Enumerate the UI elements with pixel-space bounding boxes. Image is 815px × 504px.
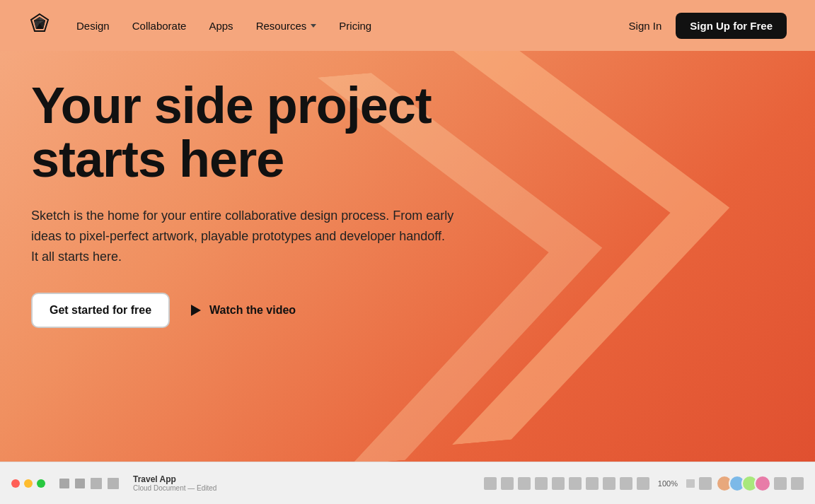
- nav-item-pricing[interactable]: Pricing: [339, 20, 371, 32]
- hero-title-line2: starts here: [31, 131, 284, 187]
- document-status: Cloud Document — Edited: [133, 484, 216, 492]
- zoom-level[interactable]: 100%: [654, 479, 682, 488]
- zoom-dropdown-icon[interactable]: [686, 479, 695, 488]
- hero-content: Your side project starts here Sketch is …: [31, 79, 512, 328]
- hero-section: Your side project starts here Sketch is …: [0, 51, 815, 462]
- back-icon[interactable]: [59, 479, 69, 488]
- hero-title-line1: Your side project: [31, 77, 432, 134]
- component-icon[interactable]: [535, 477, 548, 490]
- signup-button[interactable]: Sign Up for Free: [676, 13, 787, 39]
- grid-view-icon[interactable]: [91, 478, 102, 489]
- nav-item-apps[interactable]: Apps: [209, 20, 233, 32]
- list-view-icon[interactable]: [108, 478, 119, 489]
- play-icon: [190, 304, 202, 317]
- flatten-icon[interactable]: [637, 477, 649, 490]
- nav-item-resources[interactable]: Resources: [256, 20, 317, 32]
- hero-buttons: Get started for free Watch the video: [31, 293, 512, 328]
- cta-primary-button[interactable]: Get started for free: [31, 293, 170, 328]
- nav-item-collaborate[interactable]: Collaborate: [132, 20, 187, 32]
- signin-button[interactable]: Sign In: [629, 20, 662, 32]
- pen-icon[interactable]: [569, 477, 582, 490]
- minimize-dot[interactable]: [24, 479, 33, 488]
- hero-title: Your side project starts here: [31, 79, 512, 186]
- navbar: Design Collaborate Apps Resources Pricin…: [0, 0, 815, 51]
- mask-icon[interactable]: [603, 477, 615, 490]
- cta-video-button[interactable]: Watch the video: [190, 304, 296, 317]
- avatar-4: [754, 475, 771, 492]
- cta-video-label: Watch the video: [209, 304, 296, 317]
- document-name: Travel App: [133, 474, 216, 484]
- logo[interactable]: [28, 13, 51, 38]
- window-controls: [11, 479, 45, 488]
- text-icon[interactable]: [552, 477, 565, 490]
- collaborator-avatars: [716, 475, 767, 492]
- app-preview-bar: Travel App Cloud Document — Edited 100%: [0, 462, 815, 504]
- share-icon[interactable]: [774, 477, 787, 490]
- nav-actions: Sign In Sign Up for Free: [629, 13, 787, 39]
- toolbar-right: 100%: [484, 475, 804, 492]
- combine-icon[interactable]: [620, 477, 632, 490]
- arrange-icon[interactable]: [518, 477, 531, 490]
- shape-icon[interactable]: [586, 477, 599, 490]
- play-prototype-icon[interactable]: [699, 477, 712, 490]
- nav-item-design[interactable]: Design: [76, 20, 110, 32]
- notification-icon[interactable]: [791, 477, 804, 490]
- forward-icon[interactable]: [75, 479, 85, 488]
- hero-subtitle: Sketch is the home for your entire colla…: [31, 206, 456, 266]
- add-icon[interactable]: [484, 477, 497, 490]
- nav-links: Design Collaborate Apps Resources Pricin…: [76, 20, 629, 32]
- toolbar-nav-icons: [59, 478, 119, 489]
- document-info: Travel App Cloud Document — Edited: [133, 474, 216, 492]
- maximize-dot[interactable]: [37, 479, 45, 488]
- insert-icon[interactable]: [501, 477, 514, 490]
- close-dot[interactable]: [11, 479, 20, 488]
- chevron-down-icon: [311, 24, 316, 28]
